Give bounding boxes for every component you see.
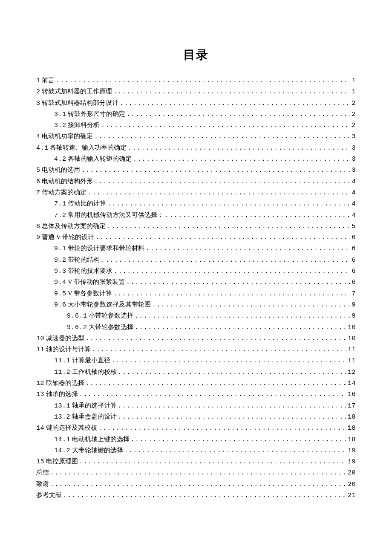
toc-leader xyxy=(94,177,350,187)
toc-entry: 2 转鼓式加料器的工作原理1 xyxy=(36,86,356,97)
toc-entry-page: 19 xyxy=(348,457,356,467)
toc-entry: 13 轴承的选择16 xyxy=(36,389,356,400)
toc-leader xyxy=(98,423,346,433)
toc-entry-label: 3.2 接卸料分析 xyxy=(54,120,100,131)
toc-entry: 14 键的选择及其校核18 xyxy=(36,422,356,434)
toc-leader xyxy=(101,255,350,265)
toc-leader xyxy=(124,446,346,456)
toc-entry: 9.3 带轮的技术要求6 xyxy=(36,266,356,277)
toc-entry-page: 4 xyxy=(352,188,356,198)
toc-leader xyxy=(113,289,350,299)
toc-entry-label: 3 转鼓式加料器结构部分设计 xyxy=(36,98,118,109)
toc-entry: 11 轴的设计与计算11 xyxy=(36,344,356,355)
toc-leader xyxy=(79,390,346,399)
toc-entry-label: 9.4 V 带传动的张紧装置 xyxy=(54,277,125,288)
toc-entry-label: 13.1 轴承的选择计算 xyxy=(54,400,117,411)
toc-entry-label: 7 传动方案的确定 xyxy=(36,187,86,198)
toc-entry: 9.4 V 带传动的张紧装置6 xyxy=(36,277,356,288)
table-of-contents: 1 前言12 转鼓式加料器的工作原理13 转鼓式加料器结构部分设计23.1 转鼓… xyxy=(36,75,356,501)
toc-leader xyxy=(56,76,350,86)
toc-entry: 6 电动机的结构外形4 xyxy=(36,176,356,187)
toc-entry-label: 6 电动机的结构外形 xyxy=(36,176,93,187)
toc-entry: 9.1 带轮的设计要求和带轮材料6 xyxy=(36,243,356,254)
toc-entry-label: 5 电动机的选用 xyxy=(36,165,80,176)
toc-entry: 12 联轴器的选择14 xyxy=(36,378,356,389)
toc-entry-page: 6 xyxy=(352,255,356,266)
toc-entry: 9.6 大小带轮参数选择及其带轮图9 xyxy=(36,299,356,310)
toc-leader xyxy=(152,300,350,310)
toc-entry: 4 电动机功率的确定3 xyxy=(36,131,356,142)
toc-entry-page: 3 xyxy=(352,154,356,165)
toc-leader xyxy=(63,491,346,500)
toc-leader xyxy=(86,379,346,388)
toc-entry-page: 6 xyxy=(352,244,356,254)
toc-leader xyxy=(126,278,350,287)
toc-entry-page: 14 xyxy=(348,379,356,389)
toc-entry-page: 3 xyxy=(352,165,356,176)
toc-entry-page: 10 xyxy=(348,323,356,333)
toc-entry: 3.1 转鼓外形尺寸的确定2 xyxy=(36,109,356,120)
toc-entry-page: 2 xyxy=(352,110,356,120)
toc-entry-page: 20 xyxy=(348,468,356,478)
toc-entry-label: 3.1 转鼓外形尺寸的确定 xyxy=(54,109,125,120)
toc-entry: 7.1 传动比的计算4 xyxy=(36,198,356,209)
toc-entry-page: 17 xyxy=(348,401,356,411)
toc-entry-label: 9.5 V 带各参数计算 xyxy=(54,288,112,299)
toc-leader xyxy=(135,311,350,321)
toc-entry-label: 9.6.2 大带轮参数选择 xyxy=(67,322,133,333)
toc-entry-label: 15 电控原理图 xyxy=(36,456,78,467)
toc-entry-page: 12 xyxy=(348,367,356,378)
toc-entry-page: 2 xyxy=(352,98,356,109)
toc-leader xyxy=(107,222,350,231)
toc-title: 目录 xyxy=(36,47,356,63)
toc-entry-label: 14 键的选择及其校核 xyxy=(36,422,97,434)
toc-entry-label: 14.2 大带轮轴键的选择 xyxy=(54,445,123,456)
toc-entry: 1 前言1 xyxy=(36,75,356,86)
toc-entry: 11.1 计算最小直径11 xyxy=(36,355,356,366)
toc-leader xyxy=(118,367,346,377)
toc-entry-label: 致谢 xyxy=(36,479,49,489)
toc-leader xyxy=(95,233,350,243)
toc-leader xyxy=(50,480,346,489)
toc-entry-label: 9 普通 V 带轮的设计 xyxy=(36,232,94,243)
toc-entry-label: 11 轴的设计与计算 xyxy=(36,344,91,355)
toc-entry: 9.6.2 大带轮参数选择10 xyxy=(36,322,356,333)
toc-entry-label: 10 减速器的选型 xyxy=(36,333,84,344)
toc-leader xyxy=(120,98,350,108)
toc-entry-label: 9.2 带轮的结构 xyxy=(54,254,100,266)
toc-leader xyxy=(135,323,346,332)
toc-leader xyxy=(114,266,350,276)
toc-entry-label: 2 转鼓式加料器的工作原理 xyxy=(36,86,112,97)
toc-entry: 8 总体及传动方案的确定5 xyxy=(36,221,356,232)
toc-entry-page: 1 xyxy=(352,76,356,86)
toc-leader xyxy=(128,143,350,153)
toc-entry-label: 1 前言 xyxy=(36,75,55,86)
toc-entry: 参考文献21 xyxy=(36,490,356,501)
toc-entry-page: 4 xyxy=(352,199,356,209)
toc-entry-page: 3 xyxy=(352,132,356,142)
toc-entry: 9 普通 V 带轮的设计6 xyxy=(36,232,356,243)
toc-entry: 3 转鼓式加料器结构部分设计2 xyxy=(36,98,356,109)
toc-leader xyxy=(79,457,346,467)
toc-entry-label: 8 总体及传动方案的确定 xyxy=(36,221,106,232)
toc-entry: 4.1 各轴转速、输入功率的确定3 xyxy=(36,142,356,153)
toc-entry-page: 10 xyxy=(348,334,356,344)
toc-entry: 7.2 常用的机械传动方法又可供选择：4 xyxy=(36,210,356,221)
toc-entry-page: 6 xyxy=(352,278,356,288)
toc-entry-page: 19 xyxy=(348,446,356,456)
toc-leader xyxy=(133,154,350,164)
toc-entry-label: 11.1 计算最小直径 xyxy=(54,355,110,366)
toc-entry-label: 总结 xyxy=(36,467,49,477)
toc-leader xyxy=(131,435,346,445)
toc-entry: 3.2 接卸料分析2 xyxy=(36,120,356,131)
toc-entry: 5 电动机的选用3 xyxy=(36,165,356,176)
toc-entry-page: 18 xyxy=(348,412,356,422)
toc-entry-page: 11 xyxy=(348,345,356,355)
toc-entry-page: 9 xyxy=(352,300,356,310)
toc-leader xyxy=(113,87,350,97)
toc-entry-label: 11.2 工作机轴的校核 xyxy=(54,367,117,378)
toc-entry-page: 18 xyxy=(348,423,356,434)
toc-entry-page: 3 xyxy=(352,143,356,153)
toc-entry: 9.6.1 小带轮参数选择9 xyxy=(36,310,356,321)
toc-leader xyxy=(92,345,346,355)
